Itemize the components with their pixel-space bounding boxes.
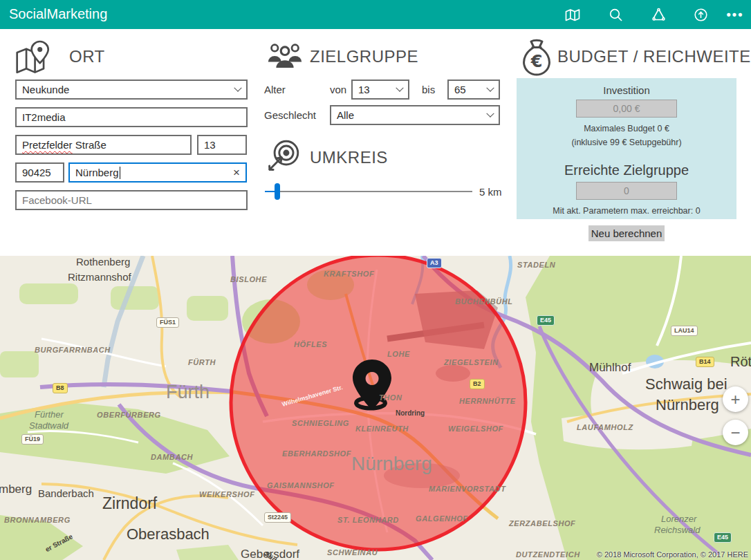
house-number-value: 13 — [204, 139, 216, 151]
svg-text:€: € — [530, 52, 543, 71]
gender-value: Alle — [337, 109, 354, 121]
budget-heading: BUDGET / REICHWEITE — [557, 47, 751, 66]
sync-icon[interactable] — [649, 6, 667, 24]
slider-thumb[interactable] — [275, 183, 280, 200]
zoom-in-button[interactable]: + — [723, 386, 748, 412]
ort-heading: ORT — [69, 47, 105, 66]
investition-label: Investition — [517, 84, 736, 96]
city-field[interactable]: Nürnberg × — [68, 162, 247, 183]
street-field[interactable]: Pretzfelder Straße — [15, 135, 192, 155]
max-budget-text: Maximales Budget 0 € — [517, 124, 736, 133]
gender-dropdown[interactable]: Alle — [330, 105, 500, 125]
von-label: von — [330, 80, 346, 100]
age-to-dropdown[interactable]: 65 — [447, 80, 500, 100]
people-icon — [267, 41, 303, 72]
map-graphics — [0, 256, 751, 560]
age-from-dropdown[interactable]: 13 — [351, 80, 409, 100]
more-icon[interactable]: ••• — [726, 6, 744, 24]
alter-label: Alter — [264, 80, 286, 100]
money-bag-icon: € — [520, 39, 553, 80]
setup-fee-text: (inklusive 99 € Setupgebühr) — [517, 138, 736, 147]
city-value: Nürnberg — [75, 167, 119, 178]
clear-text-icon[interactable]: × — [233, 167, 240, 178]
map-icon[interactable] — [564, 6, 582, 24]
road-shield: B2 — [470, 379, 485, 389]
map-pin-icon — [15, 39, 50, 82]
road-shield: St2245 — [264, 512, 291, 523]
road-shield: FÜS1 — [156, 317, 179, 328]
street-value-rest: Straße — [73, 139, 106, 151]
budget-panel: Investition 0,00 € Maximales Budget 0 € … — [517, 78, 736, 219]
text-caret — [120, 167, 120, 179]
target-arrow-icon — [267, 137, 303, 176]
road-shield: A3 — [427, 258, 442, 268]
titlebar: SocialMarketing ••• — [0, 0, 751, 29]
reached-input[interactable]: 0 — [576, 182, 677, 200]
radius-value-label: 5 km — [479, 182, 502, 202]
geschlecht-label: Geschlecht — [264, 105, 316, 125]
chevron-down-icon — [396, 84, 403, 91]
reached-label: Erreichte Zielgruppe — [517, 162, 736, 178]
road-shield: E45 — [714, 532, 732, 543]
app-title: SocialMarketing — [9, 6, 107, 22]
upload-icon[interactable] — [692, 6, 710, 24]
zoom-out-button[interactable]: − — [723, 420, 748, 445]
map-copyright: © 2018 Microsoft Corporation, © 2017 HER… — [597, 550, 748, 559]
customer-type-dropdown[interactable]: Neukunde — [15, 80, 248, 100]
facebook-url-input[interactable] — [15, 190, 248, 210]
bis-label: bis — [422, 80, 435, 100]
chevron-down-icon — [486, 109, 494, 117]
form-area: ORT Neukunde IT2media Pretzfelder Straße… — [0, 29, 751, 256]
street-value-misspelled: Pretzfelder — [22, 139, 73, 151]
road-shield: B14 — [696, 357, 714, 367]
zip-value: 90425 — [22, 167, 51, 178]
chevron-down-icon — [234, 84, 241, 91]
company-value: IT2media — [22, 111, 66, 123]
company-field[interactable]: IT2media — [15, 107, 248, 127]
road-shield: B8 — [53, 383, 68, 393]
age-to-value: 65 — [454, 84, 466, 95]
chevron-down-icon — [486, 84, 494, 91]
road-shield: LAU14 — [671, 326, 698, 336]
road-shield: FÜ19 — [21, 434, 44, 445]
recalculate-button[interactable]: Neu berechnen — [588, 225, 665, 241]
investition-input[interactable]: 0,00 € — [576, 100, 677, 118]
map-canvas[interactable]: RothenbergRitzmannshofSTADELNBISLOHEBURG… — [0, 256, 751, 560]
house-number-field[interactable]: 13 — [197, 135, 247, 155]
max-reachable-text: Mit akt. Parametern max. erreichbar: 0 — [517, 206, 736, 216]
radius-slider[interactable] — [265, 183, 472, 200]
zielgruppe-heading: ZIELGRUPPE — [310, 47, 418, 66]
slider-track[interactable] — [265, 191, 472, 192]
zip-field[interactable]: 90425 — [15, 162, 64, 183]
umkreis-heading: UMKREIS — [310, 148, 388, 167]
age-from-value: 13 — [358, 84, 370, 95]
customer-type-value: Neukunde — [22, 84, 69, 95]
search-icon[interactable] — [606, 6, 624, 24]
road-shield: E45 — [537, 315, 555, 326]
